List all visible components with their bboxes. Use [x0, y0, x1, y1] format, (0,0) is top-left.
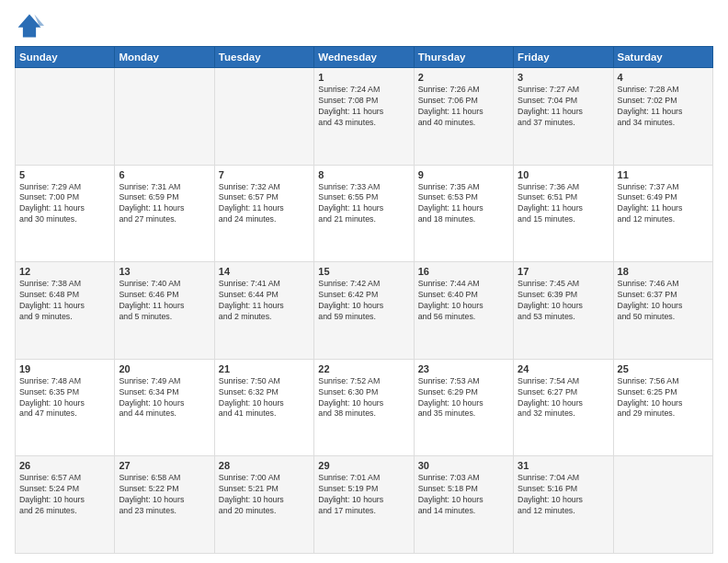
calendar-cell [214, 68, 313, 166]
day-info: Sunrise: 7:00 AM Sunset: 5:21 PM Dayligh… [219, 473, 310, 517]
day-info: Sunrise: 7:26 AM Sunset: 7:06 PM Dayligh… [418, 85, 509, 129]
calendar-cell: 26Sunrise: 6:57 AM Sunset: 5:24 PM Dayli… [16, 456, 115, 554]
day-info: Sunrise: 7:01 AM Sunset: 5:19 PM Dayligh… [318, 473, 409, 517]
weekday-header-tuesday: Tuesday [214, 47, 313, 68]
calendar-cell: 15Sunrise: 7:42 AM Sunset: 6:42 PM Dayli… [314, 262, 414, 360]
weekday-header-saturday: Saturday [613, 47, 712, 68]
day-number: 5 [19, 169, 110, 180]
day-number: 6 [119, 169, 210, 180]
calendar-cell: 23Sunrise: 7:53 AM Sunset: 6:29 PM Dayli… [414, 359, 513, 456]
day-number: 1 [318, 72, 409, 83]
weekday-header-friday: Friday [514, 47, 613, 68]
day-number: 31 [518, 460, 609, 471]
calendar-table: SundayMondayTuesdayWednesdayThursdayFrid… [15, 46, 713, 554]
calendar-cell: 5Sunrise: 7:29 AM Sunset: 7:00 PM Daylig… [16, 165, 115, 262]
page: SundayMondayTuesdayWednesdayThursdayFrid… [0, 0, 728, 563]
weekday-header-monday: Monday [115, 47, 214, 68]
calendar-cell: 22Sunrise: 7:52 AM Sunset: 6:30 PM Dayli… [314, 359, 414, 456]
day-info: Sunrise: 7:54 AM Sunset: 6:27 PM Dayligh… [518, 376, 609, 420]
calendar-cell [16, 68, 115, 166]
calendar-cell: 12Sunrise: 7:38 AM Sunset: 6:48 PM Dayli… [16, 262, 115, 360]
day-info: Sunrise: 7:32 AM Sunset: 6:57 PM Dayligh… [219, 182, 310, 226]
day-number: 15 [318, 266, 409, 277]
calendar-week-row: 12Sunrise: 7:38 AM Sunset: 6:48 PM Dayli… [16, 262, 713, 360]
logo [15, 11, 48, 40]
day-number: 13 [119, 266, 210, 277]
day-info: Sunrise: 6:57 AM Sunset: 5:24 PM Dayligh… [19, 473, 110, 517]
day-info: Sunrise: 7:56 AM Sunset: 6:25 PM Dayligh… [618, 376, 709, 420]
calendar-cell: 19Sunrise: 7:48 AM Sunset: 6:35 PM Dayli… [16, 359, 115, 456]
day-number: 27 [119, 460, 210, 471]
calendar-cell: 21Sunrise: 7:50 AM Sunset: 6:32 PM Dayli… [214, 359, 313, 456]
calendar-cell [115, 68, 214, 166]
calendar-week-row: 19Sunrise: 7:48 AM Sunset: 6:35 PM Dayli… [16, 359, 713, 456]
day-number: 18 [618, 266, 709, 277]
day-number: 25 [618, 363, 709, 374]
logo-icon [15, 11, 44, 40]
day-info: Sunrise: 7:44 AM Sunset: 6:40 PM Dayligh… [418, 279, 509, 323]
calendar-cell: 8Sunrise: 7:33 AM Sunset: 6:55 PM Daylig… [314, 165, 414, 262]
day-number: 28 [219, 460, 310, 471]
header [15, 11, 713, 40]
calendar-cell [613, 456, 712, 554]
day-number: 16 [418, 266, 509, 277]
day-number: 11 [618, 169, 709, 180]
day-info: Sunrise: 7:52 AM Sunset: 6:30 PM Dayligh… [318, 376, 409, 420]
svg-marker-0 [18, 15, 41, 38]
weekday-header-wednesday: Wednesday [314, 47, 414, 68]
calendar-cell: 14Sunrise: 7:41 AM Sunset: 6:44 PM Dayli… [214, 262, 313, 360]
day-number: 19 [19, 363, 110, 374]
weekday-header-thursday: Thursday [414, 47, 513, 68]
day-number: 24 [518, 363, 609, 374]
day-info: Sunrise: 7:42 AM Sunset: 6:42 PM Dayligh… [318, 279, 409, 323]
day-number: 14 [219, 266, 310, 277]
day-number: 22 [318, 363, 409, 374]
calendar-cell: 24Sunrise: 7:54 AM Sunset: 6:27 PM Dayli… [514, 359, 613, 456]
calendar-cell: 13Sunrise: 7:40 AM Sunset: 6:46 PM Dayli… [115, 262, 214, 360]
calendar-cell: 27Sunrise: 6:58 AM Sunset: 5:22 PM Dayli… [115, 456, 214, 554]
calendar-cell: 31Sunrise: 7:04 AM Sunset: 5:16 PM Dayli… [514, 456, 613, 554]
calendar-cell: 9Sunrise: 7:35 AM Sunset: 6:53 PM Daylig… [414, 165, 513, 262]
calendar-week-row: 26Sunrise: 6:57 AM Sunset: 5:24 PM Dayli… [16, 456, 713, 554]
day-info: Sunrise: 7:36 AM Sunset: 6:51 PM Dayligh… [518, 182, 609, 226]
day-info: Sunrise: 7:35 AM Sunset: 6:53 PM Dayligh… [418, 182, 509, 226]
calendar-cell: 1Sunrise: 7:24 AM Sunset: 7:08 PM Daylig… [314, 68, 414, 166]
day-info: Sunrise: 7:31 AM Sunset: 6:59 PM Dayligh… [119, 182, 210, 226]
day-number: 21 [219, 363, 310, 374]
calendar-cell: 11Sunrise: 7:37 AM Sunset: 6:49 PM Dayli… [613, 165, 712, 262]
calendar-week-row: 5Sunrise: 7:29 AM Sunset: 7:00 PM Daylig… [16, 165, 713, 262]
calendar-cell: 17Sunrise: 7:45 AM Sunset: 6:39 PM Dayli… [514, 262, 613, 360]
day-info: Sunrise: 7:46 AM Sunset: 6:37 PM Dayligh… [618, 279, 709, 323]
day-number: 17 [518, 266, 609, 277]
day-info: Sunrise: 7:27 AM Sunset: 7:04 PM Dayligh… [518, 85, 609, 129]
calendar-cell: 20Sunrise: 7:49 AM Sunset: 6:34 PM Dayli… [115, 359, 214, 456]
day-info: Sunrise: 7:49 AM Sunset: 6:34 PM Dayligh… [119, 376, 210, 420]
weekday-header-row: SundayMondayTuesdayWednesdayThursdayFrid… [16, 47, 713, 68]
calendar-week-row: 1Sunrise: 7:24 AM Sunset: 7:08 PM Daylig… [16, 68, 713, 166]
calendar-cell: 29Sunrise: 7:01 AM Sunset: 5:19 PM Dayli… [314, 456, 414, 554]
day-info: Sunrise: 6:58 AM Sunset: 5:22 PM Dayligh… [119, 473, 210, 517]
calendar-cell: 4Sunrise: 7:28 AM Sunset: 7:02 PM Daylig… [613, 68, 712, 166]
calendar-cell: 10Sunrise: 7:36 AM Sunset: 6:51 PM Dayli… [514, 165, 613, 262]
day-number: 9 [418, 169, 509, 180]
day-number: 20 [119, 363, 210, 374]
day-info: Sunrise: 7:33 AM Sunset: 6:55 PM Dayligh… [318, 182, 409, 226]
day-number: 26 [19, 460, 110, 471]
day-info: Sunrise: 7:50 AM Sunset: 6:32 PM Dayligh… [219, 376, 310, 420]
day-number: 10 [518, 169, 609, 180]
day-info: Sunrise: 7:24 AM Sunset: 7:08 PM Dayligh… [318, 85, 409, 129]
day-info: Sunrise: 7:04 AM Sunset: 5:16 PM Dayligh… [518, 473, 609, 517]
calendar-cell: 25Sunrise: 7:56 AM Sunset: 6:25 PM Dayli… [613, 359, 712, 456]
calendar-cell: 3Sunrise: 7:27 AM Sunset: 7:04 PM Daylig… [514, 68, 613, 166]
day-info: Sunrise: 7:03 AM Sunset: 5:18 PM Dayligh… [418, 473, 509, 517]
day-info: Sunrise: 7:28 AM Sunset: 7:02 PM Dayligh… [618, 85, 709, 129]
day-info: Sunrise: 7:37 AM Sunset: 6:49 PM Dayligh… [618, 182, 709, 226]
day-number: 29 [318, 460, 409, 471]
day-number: 12 [19, 266, 110, 277]
day-number: 23 [418, 363, 509, 374]
day-number: 7 [219, 169, 310, 180]
day-info: Sunrise: 7:53 AM Sunset: 6:29 PM Dayligh… [418, 376, 509, 420]
day-info: Sunrise: 7:45 AM Sunset: 6:39 PM Dayligh… [518, 279, 609, 323]
calendar-cell: 18Sunrise: 7:46 AM Sunset: 6:37 PM Dayli… [613, 262, 712, 360]
day-info: Sunrise: 7:40 AM Sunset: 6:46 PM Dayligh… [119, 279, 210, 323]
